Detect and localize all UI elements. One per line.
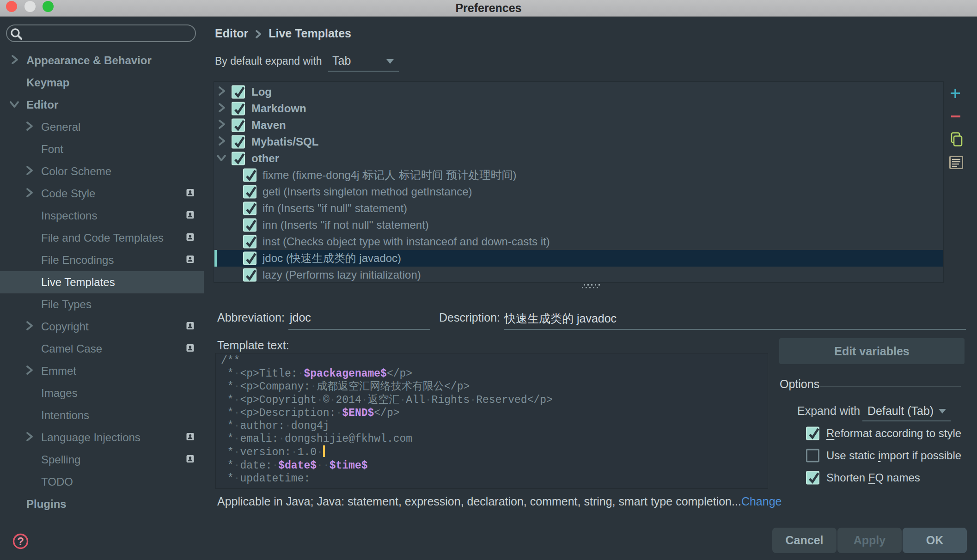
svg-text:?: ? (17, 535, 24, 548)
